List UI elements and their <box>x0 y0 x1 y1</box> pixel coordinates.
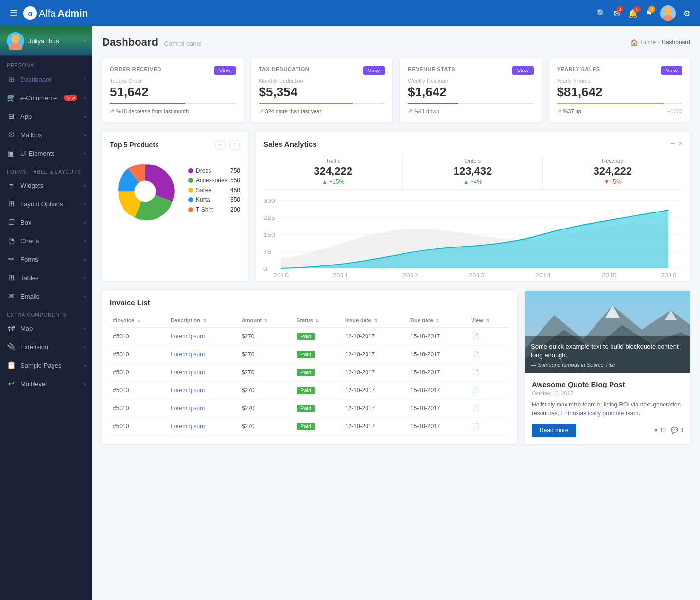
cell-amount-3: $270 <box>239 382 294 400</box>
comments-count: 3 <box>680 427 683 434</box>
flag-icon[interactable]: ⚑2 <box>646 9 652 18</box>
stat-title-3: YEARLY SALES <box>557 66 600 72</box>
legend-label-kurta: Kurta <box>196 196 210 203</box>
sidebar-item-box[interactable]: ☐ Box › <box>0 213 92 231</box>
chart-circle-btn[interactable]: ○ <box>215 140 226 150</box>
cell-view-1[interactable]: 📄 <box>468 346 509 364</box>
top-products-title: Top 5 Products <box>110 141 159 149</box>
sidebar-user-avatar <box>7 32 24 50</box>
layout-arrow: › <box>84 201 86 207</box>
blog-text-link[interactable]: Enthusiastically promote <box>560 410 624 417</box>
stat-card-order-received: ORDER RECEIVED View Todays Order 51,642 … <box>102 58 244 122</box>
read-more-button[interactable]: Read more <box>532 424 576 437</box>
cell-view-3[interactable]: 📄 <box>468 382 509 400</box>
sidebar-item-layout[interactable]: ⊞ Layout Options › <box>0 194 92 213</box>
sort-icon-amount[interactable]: ⇅ <box>264 318 268 323</box>
stat-label-1: Monthly Deduction <box>259 78 385 84</box>
notification-icon[interactable]: 🔔5 <box>628 9 638 18</box>
search-icon[interactable]: 🔍 <box>596 9 606 18</box>
sidebar-item-multilevel[interactable]: ↩ Multilevel › <box>0 374 92 393</box>
sort-icon-desc[interactable]: ⇅ <box>203 318 207 323</box>
cell-view-4[interactable]: 📄 <box>468 400 509 418</box>
sidebar-item-widgets[interactable]: ≡ Widgets › <box>0 176 92 194</box>
cell-issue-2: 12-10-2017 <box>342 364 407 382</box>
cell-desc-3[interactable]: Lorem Ipsum <box>168 382 239 400</box>
cell-desc-4[interactable]: Lorem Ipsum <box>168 400 239 418</box>
settings-icon[interactable]: ⚙ <box>683 9 690 18</box>
sample-arrow: › <box>84 363 86 368</box>
sidebar-label-box: Box <box>20 219 31 226</box>
cell-view-2[interactable]: 📄 <box>468 364 509 382</box>
sidebar-item-ui-elements[interactable]: ▣ UI Elements › <box>0 144 92 162</box>
sidebar-item-forms[interactable]: ✏ Forms › <box>0 250 92 268</box>
breadcrumb-home-link[interactable]: Home <box>640 39 656 46</box>
hamburger-icon[interactable]: ☰ <box>10 8 18 18</box>
blog-content: Awesome Quote Blog Post October 16, 2017… <box>525 373 690 444</box>
stat-view-btn-2[interactable]: View <box>512 66 534 75</box>
sidebar-item-emails[interactable]: ✉ Emails › <box>0 287 92 305</box>
brand-name-light: Alfa <box>39 8 55 19</box>
sort-icon-status[interactable]: ⇅ <box>315 318 319 323</box>
cell-status-2: Paid <box>294 364 342 382</box>
stat-footer-3: ↗ %37 up +1000 <box>557 108 683 114</box>
sidebar-item-charts[interactable]: ◔ Charts › <box>0 231 92 250</box>
stat-label-2: Weekly Revenue <box>408 78 534 84</box>
mail-icon[interactable]: ✉3 <box>614 9 620 18</box>
analytics-minimize-btn[interactable]: − <box>670 140 675 148</box>
cell-desc-5[interactable]: Lorem Ipsum <box>168 418 239 436</box>
invoice-table: #Invoice ▲ Description ⇅ Amount ⇅ Status… <box>110 314 509 436</box>
legend-item-tshirt: T-Shirt 200 <box>188 206 240 213</box>
stat-progress-0 <box>110 103 236 104</box>
cell-desc-1[interactable]: Lorem Ipsum <box>168 346 239 364</box>
stat-view-btn-3[interactable]: View <box>661 66 682 75</box>
stat-label-3: Yearly Income <box>557 78 683 84</box>
top-navigation: ☰ α AlfaAdmin 🔍 ✉3 🔔5 ⚑2 ⚙ <box>0 0 700 26</box>
flag-badge: 2 <box>648 6 655 13</box>
cell-status-5: Paid <box>294 418 342 436</box>
sort-icon-due[interactable]: ⇅ <box>436 318 439 323</box>
map-arrow: › <box>84 326 86 331</box>
sidebar-label-emails: Emails <box>20 293 39 300</box>
page-header: Dashboard Control panel 🏠 Home › Dashboa… <box>102 36 690 49</box>
top-nav-right: 🔍 ✉3 🔔5 ⚑2 ⚙ <box>596 5 690 21</box>
sidebar-section-personal: PERSONAL <box>0 56 92 70</box>
sidebar-item-mailbox[interactable]: ✉ Mailbox › <box>0 125 92 144</box>
sidebar-item-extension[interactable]: 🔌 Extension › <box>0 337 92 356</box>
likes-count: 12 <box>660 427 666 434</box>
sidebar-section-extra: EXTRA COMPONENTS <box>0 305 92 319</box>
cell-invoice-1: #5010 <box>110 346 168 364</box>
cell-view-5[interactable]: 📄 <box>468 418 509 436</box>
page-title-area: Dashboard Control panel <box>102 36 202 49</box>
sort-icon-invoice[interactable]: ▲ <box>137 318 141 323</box>
chart-dots-btn[interactable]: ⋮ <box>229 140 240 150</box>
user-avatar[interactable] <box>660 5 676 21</box>
cell-due-4: 15-10-2017 <box>407 400 468 418</box>
legend-dot-accessories <box>188 178 193 183</box>
sidebar-item-map[interactable]: 🗺 Map › <box>0 319 92 337</box>
col-issue: Issue date ⇅ <box>342 314 407 328</box>
mailbox-arrow: › <box>84 132 86 138</box>
widgets-arrow: › <box>84 183 86 188</box>
page-title: Dashboard <box>102 36 158 48</box>
sidebar-user-profile[interactable]: Juliya Brus › <box>0 26 92 56</box>
cell-view-0[interactable]: 📄 <box>468 328 509 346</box>
metric-revenue: Revenue 324,222 ▼ -5% <box>543 154 682 189</box>
sidebar-item-sample[interactable]: 📋 Sample Pages › <box>0 356 92 374</box>
sidebar-item-dashboard[interactable]: ⊞ Dashboard › <box>0 70 92 88</box>
sort-icon-issue[interactable]: ⇅ <box>374 318 378 323</box>
sidebar-item-app[interactable]: ⊟ App › <box>0 107 92 125</box>
avatar-image <box>660 5 676 21</box>
stat-view-btn-1[interactable]: View <box>363 66 385 75</box>
col-view: View ⇅ <box>468 314 509 328</box>
ecommerce-badge: New <box>64 95 77 101</box>
analytics-close-btn[interactable]: × <box>678 140 682 148</box>
sidebar-user-name: Juliya Brus <box>28 37 59 45</box>
cell-desc-2[interactable]: Lorem Ipsum <box>168 364 239 382</box>
metric-value-traffic: 324,222 <box>269 165 397 177</box>
stat-view-btn-0[interactable]: View <box>214 66 236 75</box>
sidebar-item-tables[interactable]: ⊞ Tables › <box>0 268 92 287</box>
box-arrow: › <box>84 220 86 225</box>
sidebar-item-ecommerce[interactable]: 🛒 e-Commerce New › <box>0 88 92 107</box>
sort-icon-view[interactable]: ⇅ <box>486 318 490 323</box>
cell-desc-0[interactable]: Lorem Ipsum <box>168 328 239 346</box>
